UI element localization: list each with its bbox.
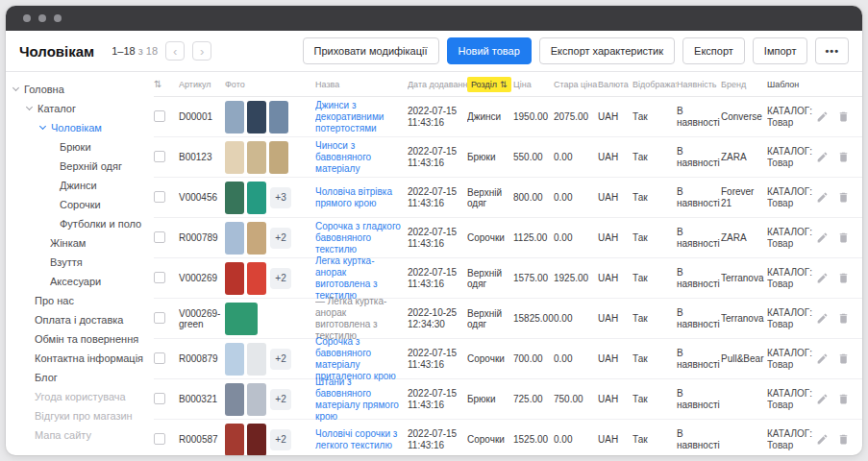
sidebar-item-ugoda[interactable]: Угода користувача (6, 387, 148, 406)
sidebar-item-obmin[interactable]: Обмін та повернення (6, 329, 148, 349)
product-photos[interactable] (225, 303, 258, 335)
cell-price: 800.00 (513, 192, 554, 203)
edit-icon[interactable] (816, 231, 829, 244)
product-link[interactable]: Сорочка з гладкого бавовняного текстилю (315, 221, 401, 255)
cell-availability: В наявності (677, 146, 721, 169)
edit-icon[interactable] (816, 151, 829, 163)
export-button[interactable]: Експорт (682, 37, 745, 64)
sidebar-item-oplata[interactable]: Оплата і доставка (6, 310, 148, 329)
sidebar-item-cholovikam[interactable]: Чоловікам (6, 118, 148, 137)
product-photos[interactable] (225, 383, 266, 416)
sidebar-item-mapa[interactable]: Мапа сайту (6, 425, 148, 445)
delete-icon[interactable] (837, 191, 850, 204)
more-actions-button[interactable]: ••• (815, 37, 849, 64)
sidebar-item-blog[interactable]: Блог (6, 368, 148, 387)
cell-section: Сорочки (467, 353, 513, 364)
more-photos-badge: +2 (270, 268, 291, 289)
export-characteristics-button[interactable]: Експорт характеристик (539, 37, 675, 64)
delete-icon[interactable] (837, 352, 850, 365)
product-photos[interactable] (225, 222, 266, 255)
edit-icon[interactable] (816, 191, 829, 204)
sidebar-item-kontaktna[interactable]: Контактна інформація (6, 349, 148, 368)
product-photos[interactable] (225, 343, 266, 376)
sidebar-item-verkhniy-odyag[interactable]: Верхній одяг (6, 157, 148, 176)
product-link[interactable]: Чиноси з бавовняного матеріалу (315, 140, 371, 174)
row-checkbox[interactable] (154, 352, 165, 364)
cell-checkbox (154, 433, 179, 447)
product-photos[interactable] (225, 182, 266, 214)
table-row: B00123 Чиноси з бавовняного матеріалу 20… (154, 137, 862, 178)
row-checkbox[interactable] (154, 312, 165, 324)
edit-icon[interactable] (816, 110, 829, 123)
product-link[interactable]: Джинси з декоративними потертостями (315, 100, 384, 133)
delete-icon[interactable] (837, 312, 850, 325)
row-checkbox[interactable] (154, 191, 165, 203)
delete-icon[interactable] (837, 231, 850, 244)
sidebar-item-aksesuary[interactable]: Аксесуари (6, 272, 148, 291)
product-link[interactable]: Чоловіча вітрівка прямого крою (315, 186, 392, 208)
cell-price: 700.00 (513, 353, 554, 364)
chevron-down-icon (12, 85, 19, 91)
delete-icon[interactable] (837, 151, 850, 163)
chevron-down-icon (39, 123, 46, 130)
edit-icon[interactable] (816, 272, 829, 284)
sidebar-item-pro-nas[interactable]: Про нас (6, 291, 148, 310)
product-photos[interactable] (225, 424, 266, 456)
product-link[interactable]: Сорочка з бавовняного матеріалу притален… (315, 336, 396, 381)
edit-icon[interactable] (816, 433, 829, 446)
product-link[interactable]: Штани з бавовняного матеріалу прямого кр… (315, 376, 399, 422)
cell-sku: V000269 (179, 273, 225, 283)
cell-date: 2022-07-1511:43:16 (408, 227, 467, 250)
sort-icon: ⇅ (500, 80, 508, 89)
sidebar-item-bryuky[interactable]: Брюки (6, 137, 148, 157)
cell-actions (815, 352, 857, 365)
delete-icon[interactable] (837, 393, 850, 405)
cell-price: 1950.00 (513, 111, 554, 122)
product-photos[interactable] (225, 101, 288, 133)
sidebar-item-dzhynsy[interactable]: Джинси (6, 176, 148, 195)
new-product-button[interactable]: Новий товар (447, 37, 532, 64)
sidebar-item-katalog[interactable]: Каталог (6, 99, 148, 118)
row-checkbox[interactable] (154, 151, 165, 162)
pagination-next-button[interactable]: › (192, 41, 211, 61)
sidebar-item-vidguky[interactable]: Відгуки про магазин (6, 406, 148, 425)
row-checkbox[interactable] (154, 110, 165, 122)
delete-icon[interactable] (837, 433, 850, 446)
delete-icon[interactable] (837, 110, 850, 123)
cell-name: Чиноси з бавовняного матеріалу (315, 140, 408, 175)
cell-display: Так (632, 232, 677, 243)
col-header-date: Дата додавання (408, 79, 467, 90)
edit-icon[interactable] (816, 312, 829, 325)
sidebar-item-golovna[interactable]: Головна (6, 80, 148, 99)
row-checkbox[interactable] (154, 272, 165, 283)
sidebar-item-sorochky[interactable]: Сорочки (6, 195, 148, 214)
pagination-prev-button[interactable]: ‹ (165, 41, 185, 61)
window-control-dot[interactable] (38, 14, 46, 22)
section-sort-highlight[interactable]: Розділ⇅ (467, 77, 511, 92)
sidebar-item-vzuttya[interactable]: Взуття (6, 253, 148, 272)
cell-template: КАТАЛОГ: Товар (767, 428, 815, 451)
row-checkbox[interactable] (154, 231, 165, 243)
window-control-dot[interactable] (54, 14, 62, 22)
sidebar-item-zhinkam[interactable]: Жінкам (6, 233, 148, 253)
edit-icon[interactable] (816, 393, 829, 405)
table-header-row: ⇅ Артикул Фото Назва Дата додавання Розд… (154, 72, 862, 97)
product-photos[interactable] (225, 141, 288, 174)
cell-template: КАТАЛОГ: Товар (767, 227, 815, 250)
sort-order-icon[interactable]: ⇅ (154, 79, 161, 89)
row-checkbox[interactable] (154, 433, 165, 445)
product-photos[interactable] (225, 262, 266, 295)
import-button[interactable]: Імпорт (753, 37, 808, 64)
row-checkbox[interactable] (154, 393, 165, 404)
window-control-dot[interactable] (23, 14, 31, 22)
col-header-currency: Валюта (598, 80, 632, 89)
sidebar-item-futbolky[interactable]: Футболки и поло (6, 214, 148, 233)
delete-icon[interactable] (837, 272, 850, 284)
cell-display: Так (632, 353, 677, 364)
product-link[interactable]: Чоловічі сорочки з легкого текстилю (315, 428, 397, 450)
product-link[interactable]: Легка куртка-анорак виготовлена з тексти… (315, 255, 378, 301)
edit-icon[interactable] (816, 352, 829, 365)
hide-modifications-button[interactable]: Приховати модифікації (303, 37, 439, 64)
cell-actions (815, 272, 857, 284)
product-link[interactable]: — Легка куртка-анорак виготовлена з текс… (315, 296, 386, 341)
